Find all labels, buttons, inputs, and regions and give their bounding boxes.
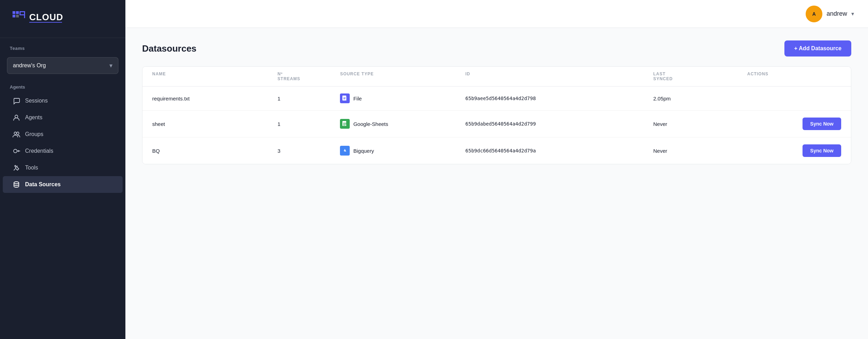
row3-actions: Sync Now: [747, 144, 841, 157]
col-actions: ACTIONS: [747, 71, 841, 81]
svg-point-13: [17, 132, 19, 135]
svg-rect-25: [343, 125, 346, 126]
top-header: A andrew ▾: [125, 0, 868, 28]
sidebar-item-groups-label: Groups: [25, 131, 43, 137]
row1-id: 65b9aee5d5640564a4d2d798: [465, 96, 653, 101]
chevron-down-icon: ▾: [109, 62, 113, 69]
page-title: Datasources: [142, 43, 196, 54]
svg-point-11: [15, 115, 18, 118]
bigquery-type-icon: [340, 146, 350, 156]
row3-last-synced: Never: [653, 148, 747, 154]
sidebar-item-credentials-label: Credentials: [25, 148, 53, 154]
tools-icon: [13, 164, 20, 172]
file-type-icon: [340, 93, 350, 103]
sidebar-nav: Sessions Agents Groups: [0, 92, 125, 193]
sidebar-item-agents-label: Agents: [25, 114, 42, 121]
logo-area: CLOUD: [0, 0, 125, 38]
svg-text:CLOUD: CLOUD: [29, 12, 63, 22]
row3-id: 65b9dc66d5640564a4d2d79a: [465, 148, 653, 153]
svg-rect-8: [24, 15, 25, 18]
table-row: BQ 3 Bigquery 65b9dc66d5640564a4d2d79a N…: [142, 137, 851, 164]
row2-actions: Sync Now: [747, 118, 841, 130]
row2-name: sheet: [152, 121, 278, 127]
svg-rect-3: [16, 15, 19, 17]
row2-last-synced: Never: [653, 121, 747, 127]
col-source-type: SOURCE TYPE: [340, 71, 465, 81]
group-icon: [13, 130, 20, 138]
org-name: andrew's Org: [13, 62, 46, 69]
svg-rect-24: [343, 124, 347, 125]
sidebar-item-sessions-label: Sessions: [25, 98, 48, 104]
svg-point-15: [14, 182, 19, 184]
svg-text:A: A: [812, 11, 816, 17]
row1-last-synced: 2.05pm: [653, 96, 747, 101]
user-name: andrew: [827, 10, 847, 17]
svg-point-14: [14, 149, 17, 153]
sidebar-item-sessions[interactable]: Sessions: [3, 92, 123, 109]
row1-name: requirements.txt: [152, 96, 278, 101]
sidebar: CLOUD Teams andrew's Org ▾ Agents Sessio…: [0, 0, 125, 339]
row3-name: BQ: [152, 148, 278, 154]
row2-source-label: Google-Sheets: [353, 121, 388, 127]
main-area: A andrew ▾ Datasources + Add Datasource …: [125, 0, 868, 339]
row1-source-type: File: [340, 93, 465, 103]
main-content: Datasources + Add Datasource NAME NºSTRE…: [125, 28, 868, 339]
sidebar-item-tools[interactable]: Tools: [3, 159, 123, 176]
key-icon: [13, 147, 20, 155]
table-row: sheet 1 Google-Sheets 65b9dabed5640564a4…: [142, 111, 851, 137]
sidebar-item-data-sources[interactable]: Data Sources: [3, 176, 123, 193]
row3-source-type: Bigquery: [340, 146, 465, 156]
svg-rect-0: [13, 11, 15, 14]
teams-section-label: Teams: [0, 38, 125, 54]
chat-icon: [13, 97, 20, 105]
sync-now-button-row3[interactable]: Sync Now: [803, 144, 841, 157]
content-header: Datasources + Add Datasource: [142, 40, 851, 56]
avatar-icon: A: [808, 8, 820, 20]
person-icon: [13, 114, 20, 121]
svg-rect-23: [343, 123, 347, 123]
row1-source-label: File: [353, 96, 362, 101]
col-name: NAME: [152, 71, 278, 81]
agents-section-label: Agents: [0, 81, 125, 92]
col-id: ID: [465, 71, 653, 81]
app-logo: CLOUD: [10, 8, 65, 29]
svg-rect-1: [16, 11, 19, 14]
sidebar-item-credentials[interactable]: Credentials: [3, 143, 123, 159]
svg-rect-2: [13, 15, 15, 17]
sidebar-item-groups[interactable]: Groups: [3, 126, 123, 143]
row2-id: 65b9dabed5640564a4d2d799: [465, 121, 653, 127]
row1-streams: 1: [278, 96, 340, 101]
col-last-synced: LASTSYNCED: [653, 71, 747, 81]
row3-source-label: Bigquery: [353, 148, 374, 154]
table-row: requirements.txt 1 File 65b9aee5d: [142, 86, 851, 111]
add-datasource-button[interactable]: + Add Datasource: [784, 40, 851, 56]
svg-rect-7: [24, 11, 25, 15]
sheets-type-icon: [340, 119, 350, 129]
col-streams: NºSTREAMS: [278, 71, 340, 81]
table-header: NAME NºSTREAMS SOURCE TYPE ID LASTSYNCED…: [142, 67, 851, 86]
sidebar-item-agents[interactable]: Agents: [3, 109, 123, 126]
sync-now-button-row2[interactable]: Sync Now: [803, 118, 841, 130]
row2-source-type: Google-Sheets: [340, 119, 465, 129]
datasources-table: NAME NºSTREAMS SOURCE TYPE ID LASTSYNCED…: [142, 66, 851, 164]
org-selector[interactable]: andrew's Org ▾: [7, 57, 118, 74]
row3-streams: 3: [278, 148, 340, 154]
svg-point-12: [14, 132, 17, 135]
database-icon: [13, 181, 20, 188]
user-menu[interactable]: A andrew ▾: [806, 6, 854, 22]
user-chevron-icon: ▾: [851, 10, 854, 17]
avatar: A: [806, 6, 822, 22]
sidebar-item-data-sources-label: Data Sources: [25, 181, 61, 188]
row2-streams: 1: [278, 121, 340, 127]
sidebar-item-tools-label: Tools: [25, 165, 38, 171]
